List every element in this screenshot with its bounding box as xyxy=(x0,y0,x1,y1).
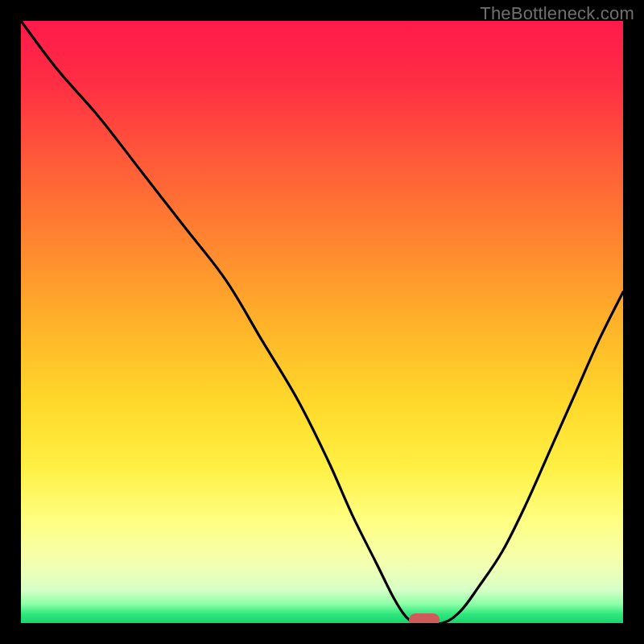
bottleneck-curve xyxy=(21,21,623,623)
plot-area xyxy=(21,21,623,623)
watermark-text: TheBottleneck.com xyxy=(480,3,634,24)
chart-frame: TheBottleneck.com xyxy=(0,0,644,644)
